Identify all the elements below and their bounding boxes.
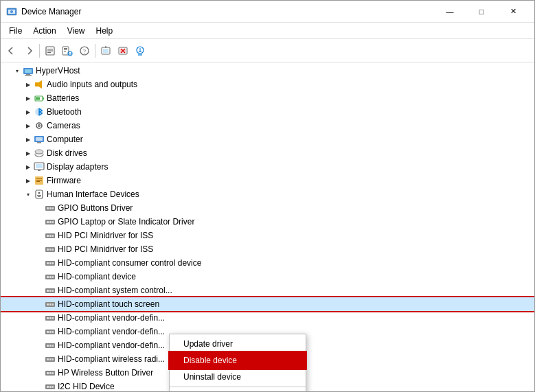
ctx-update-driver[interactable]: Update driver xyxy=(170,336,306,352)
menu-view[interactable]: View xyxy=(62,25,91,37)
svg-rect-73 xyxy=(49,276,52,278)
firmware-label: Firmware xyxy=(47,176,81,185)
cameras-expand[interactable]: ▶ xyxy=(23,123,34,129)
toolbar-properties[interactable] xyxy=(42,43,58,59)
computer-label: Computer xyxy=(47,135,83,144)
hid-touch-icon xyxy=(45,299,56,310)
svg-rect-70 xyxy=(52,262,54,264)
svg-rect-9 xyxy=(64,49,67,50)
svg-point-48 xyxy=(38,192,41,194)
tree-item-hid-pci1[interactable]: HID PCI Minidriver for ISS xyxy=(1,229,534,242)
disk-expand[interactable]: ▶ xyxy=(23,150,34,157)
audio-expand[interactable]: ▶ xyxy=(23,82,34,88)
svg-rect-22 xyxy=(25,69,32,73)
svg-rect-102 xyxy=(52,372,54,374)
svg-rect-90 xyxy=(52,331,54,333)
tree-item-hid-sysctrl[interactable]: HID-compliant system control... xyxy=(1,284,534,297)
batteries-expand[interactable]: ▶ xyxy=(23,95,34,102)
toolbar-back[interactable] xyxy=(3,43,20,59)
menu-help[interactable]: Help xyxy=(91,25,119,37)
tree-item-display[interactable]: ▶ Display adapters xyxy=(1,160,534,174)
computer-expand[interactable]: ▶ xyxy=(23,137,34,143)
tree-item-hid-consumer[interactable]: HID-compliant consumer control device xyxy=(1,256,534,270)
tree-item-gpio-btn[interactable]: GPIO Buttons Driver xyxy=(1,201,534,215)
device-manager-window: Device Manager — □ ✕ File Action View He… xyxy=(0,0,535,392)
svg-rect-35 xyxy=(36,137,43,141)
display-expand[interactable]: ▶ xyxy=(23,164,34,170)
audio-label: Audio inputs and outputs xyxy=(47,80,137,89)
toolbar-update[interactable] xyxy=(59,43,76,59)
svg-rect-101 xyxy=(49,372,52,374)
svg-rect-49 xyxy=(37,195,41,196)
svg-rect-47 xyxy=(36,190,43,198)
tree-item-hid[interactable]: ▾ Human Interface Devices xyxy=(1,187,534,201)
gpio-laptop-label: GPIO Laptop or Slate Indicator Driver xyxy=(58,217,194,227)
close-button[interactable]: ✕ xyxy=(497,1,529,22)
tree-root[interactable]: ▾ HyperVHost xyxy=(1,64,534,78)
tree-item-firmware[interactable]: ▶ Firmware xyxy=(1,174,534,187)
hid-device-icon xyxy=(45,271,56,282)
svg-rect-4 xyxy=(47,49,53,49)
tree-item-gpio-laptop[interactable]: GPIO Laptop or Slate Indicator Driver xyxy=(1,215,534,229)
svg-rect-41 xyxy=(36,164,43,168)
audio-icon xyxy=(34,79,45,90)
i2c-hid-icon xyxy=(45,381,56,391)
svg-rect-29 xyxy=(36,97,40,100)
tree-item-hid-device[interactable]: HID-compliant device xyxy=(1,270,534,284)
svg-rect-28 xyxy=(43,97,44,100)
minimize-button[interactable]: — xyxy=(434,1,466,22)
ctx-uninstall-device[interactable]: Uninstall device xyxy=(170,369,306,385)
batteries-label: Batteries xyxy=(47,93,79,103)
menu-file[interactable]: File xyxy=(3,25,27,37)
hid-label: Human Interface Devices xyxy=(47,189,139,199)
maximize-button[interactable]: □ xyxy=(466,1,497,22)
tree-item-batteries[interactable]: ▶ Batteries xyxy=(1,91,534,105)
svg-rect-72 xyxy=(47,276,49,278)
svg-rect-105 xyxy=(49,386,52,388)
toolbar-help[interactable]: ? xyxy=(76,43,93,59)
toolbar-download[interactable] xyxy=(132,43,148,59)
tree-item-hid-vendor1[interactable]: HID-compliant vendor-defin... xyxy=(1,311,534,325)
hid-vendor2-label: HID-compliant vendor-defin... xyxy=(58,327,165,336)
svg-rect-66 xyxy=(52,249,54,251)
menu-action[interactable]: Action xyxy=(27,25,61,37)
firmware-expand[interactable]: ▶ xyxy=(23,178,34,184)
svg-rect-42 xyxy=(38,170,41,171)
svg-rect-24 xyxy=(25,75,32,76)
hid-device-label: HID-compliant device xyxy=(58,272,136,281)
hid-vendor3-label: HID-compliant vendor-defin... xyxy=(58,341,165,350)
toolbar: ? xyxy=(1,39,534,62)
svg-point-33 xyxy=(38,125,40,126)
toolbar-remove[interactable] xyxy=(115,43,131,59)
tree-item-bluetooth[interactable]: ▶ Bluetooth xyxy=(1,105,534,119)
svg-rect-8 xyxy=(64,48,67,49)
bluetooth-label: Bluetooth xyxy=(47,107,82,117)
display-label: Display adapters xyxy=(47,162,108,172)
disk-icon xyxy=(34,148,45,159)
tree-item-hid-pci2[interactable]: HID PCI Minidriver for ISS xyxy=(1,242,534,256)
svg-rect-92 xyxy=(47,345,49,347)
tree-item-cameras[interactable]: ▶ Cameras xyxy=(1,119,534,132)
hid-wireless-label: HID-compliant wireless radi... xyxy=(58,354,165,364)
tree-item-disk[interactable]: ▶ Disk drives xyxy=(1,146,534,160)
toolbar-scan[interactable] xyxy=(98,43,114,59)
tree-item-hid-touch[interactable]: HID-compliant touch screen xyxy=(1,297,534,311)
hid-wireless-icon xyxy=(45,354,56,365)
hid-vendor3-icon xyxy=(45,340,56,351)
hid-expand[interactable]: ▾ xyxy=(23,192,34,198)
tree-item-audio[interactable]: ▶ Audio inputs and outputs xyxy=(1,78,534,91)
root-expand[interactable]: ▾ xyxy=(12,68,23,74)
toolbar-forward[interactable] xyxy=(21,43,37,59)
hp-wireless-label: HP Wireless Button Driver xyxy=(58,368,153,378)
svg-rect-65 xyxy=(49,249,52,251)
hid-sysctrl-icon xyxy=(45,285,56,296)
tree-item-computer[interactable]: ▶ Computer xyxy=(1,132,534,146)
svg-point-39 xyxy=(35,150,43,154)
ctx-scan-hardware[interactable]: Scan for hardware changes xyxy=(170,389,306,391)
context-menu: Update driver Disable device Uninstall d… xyxy=(169,334,306,391)
ctx-disable-device[interactable]: Disable device xyxy=(170,352,306,369)
svg-rect-62 xyxy=(52,235,54,237)
ctx-separator-1 xyxy=(170,387,306,387)
bluetooth-expand[interactable]: ▶ xyxy=(23,109,34,115)
svg-rect-76 xyxy=(47,290,49,292)
